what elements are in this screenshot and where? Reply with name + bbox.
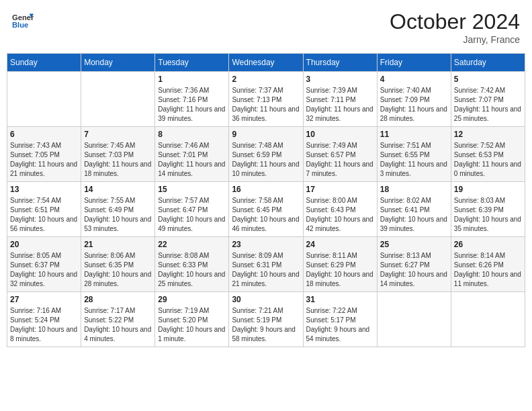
day-info: Sunrise: 8:03 AMSunset: 6:39 PMDaylight:… [454,196,522,234]
day-number: 10 [306,130,374,139]
day-info: Sunrise: 7:48 AMSunset: 6:59 PMDaylight:… [232,141,300,179]
day-info: Sunrise: 8:11 AMSunset: 6:29 PMDaylight:… [306,251,374,289]
day-info: Sunrise: 7:42 AMSunset: 7:07 PMDaylight:… [454,86,522,124]
day-info: Sunrise: 8:00 AMSunset: 6:43 PMDaylight:… [306,196,374,234]
day-number: 5 [454,75,522,84]
calendar-cell: 27Sunrise: 7:16 AMSunset: 5:24 PMDayligh… [7,292,81,347]
calendar-cell: 7Sunrise: 7:45 AMSunset: 7:03 PMDaylight… [81,127,155,182]
calendar-body: 1Sunrise: 7:36 AMSunset: 7:16 PMDaylight… [7,72,525,347]
calendar-cell: 20Sunrise: 8:05 AMSunset: 6:37 PMDayligh… [7,237,81,292]
day-info: Sunrise: 7:19 AMSunset: 5:20 PMDaylight:… [158,306,226,344]
day-number: 31 [306,295,374,304]
day-number: 11 [380,130,448,139]
header-day-sunday: Sunday [7,54,81,72]
calendar-cell: 13Sunrise: 7:54 AMSunset: 6:51 PMDayligh… [7,182,81,237]
day-number: 3 [306,75,374,84]
day-info: Sunrise: 7:21 AMSunset: 5:19 PMDaylight:… [232,306,300,344]
day-number: 17 [306,185,374,194]
calendar-cell: 11Sunrise: 7:51 AMSunset: 6:55 PMDayligh… [377,127,451,182]
day-info: Sunrise: 7:57 AMSunset: 6:47 PMDaylight:… [158,196,226,234]
calendar-week-3: 20Sunrise: 8:05 AMSunset: 6:37 PMDayligh… [7,237,525,292]
day-number: 8 [158,130,226,139]
calendar-cell: 25Sunrise: 8:13 AMSunset: 6:27 PMDayligh… [377,237,451,292]
title-block: October 2024 Jarny, France [390,9,520,45]
day-info: Sunrise: 7:49 AMSunset: 6:57 PMDaylight:… [306,141,374,179]
day-info: Sunrise: 8:13 AMSunset: 6:27 PMDaylight:… [380,251,448,289]
day-info: Sunrise: 7:45 AMSunset: 7:03 PMDaylight:… [84,141,152,179]
calendar-cell: 5Sunrise: 7:42 AMSunset: 7:07 PMDaylight… [451,72,525,127]
day-info: Sunrise: 7:17 AMSunset: 5:22 PMDaylight:… [84,306,152,344]
day-number: 21 [84,240,152,249]
header-day-thursday: Thursday [303,54,377,72]
calendar-cell: 24Sunrise: 8:11 AMSunset: 6:29 PMDayligh… [303,237,377,292]
day-number: 25 [380,240,448,249]
day-info: Sunrise: 8:14 AMSunset: 6:26 PMDaylight:… [454,251,522,289]
page-header: General Blue October 2024 Jarny, France [7,7,525,48]
day-number: 28 [84,295,152,304]
day-info: Sunrise: 7:46 AMSunset: 7:01 PMDaylight:… [158,141,226,179]
day-info: Sunrise: 7:58 AMSunset: 6:45 PMDaylight:… [232,196,300,234]
calendar-cell: 8Sunrise: 7:46 AMSunset: 7:01 PMDaylight… [155,127,229,182]
calendar-cell: 26Sunrise: 8:14 AMSunset: 6:26 PMDayligh… [451,237,525,292]
calendar-week-0: 1Sunrise: 7:36 AMSunset: 7:16 PMDaylight… [7,72,525,127]
day-number: 19 [454,185,522,194]
svg-text:Blue: Blue [12,21,28,29]
day-info: Sunrise: 7:55 AMSunset: 6:49 PMDaylight:… [84,196,152,234]
day-info: Sunrise: 7:37 AMSunset: 7:13 PMDaylight:… [232,86,300,124]
calendar-cell: 21Sunrise: 8:06 AMSunset: 6:35 PMDayligh… [81,237,155,292]
day-number: 2 [232,75,300,84]
day-number: 13 [10,185,78,194]
day-info: Sunrise: 7:43 AMSunset: 7:05 PMDaylight:… [10,141,78,179]
calendar-cell: 28Sunrise: 7:17 AMSunset: 5:22 PMDayligh… [81,292,155,347]
day-info: Sunrise: 8:02 AMSunset: 6:41 PMDaylight:… [380,196,448,234]
day-number: 23 [232,240,300,249]
header-day-friday: Friday [377,54,451,72]
day-info: Sunrise: 7:22 AMSunset: 5:17 PMDaylight:… [306,306,374,344]
calendar-cell [81,72,155,127]
header-day-monday: Monday [81,54,155,72]
logo-icon: General Blue [12,9,34,31]
day-info: Sunrise: 7:54 AMSunset: 6:51 PMDaylight:… [10,196,78,234]
calendar-cell: 10Sunrise: 7:49 AMSunset: 6:57 PMDayligh… [303,127,377,182]
calendar-cell: 3Sunrise: 7:39 AMSunset: 7:11 PMDaylight… [303,72,377,127]
location: Jarny, France [390,34,520,45]
day-number: 9 [232,130,300,139]
header-day-saturday: Saturday [451,54,525,72]
calendar-week-4: 27Sunrise: 7:16 AMSunset: 5:24 PMDayligh… [7,292,525,347]
day-info: Sunrise: 8:06 AMSunset: 6:35 PMDaylight:… [84,251,152,289]
calendar-cell: 29Sunrise: 7:19 AMSunset: 5:20 PMDayligh… [155,292,229,347]
day-number: 18 [380,185,448,194]
day-number: 30 [232,295,300,304]
day-info: Sunrise: 8:05 AMSunset: 6:37 PMDaylight:… [10,251,78,289]
day-number: 14 [84,185,152,194]
header-day-wednesday: Wednesday [229,54,303,72]
calendar-cell: 12Sunrise: 7:52 AMSunset: 6:53 PMDayligh… [451,127,525,182]
calendar-cell: 6Sunrise: 7:43 AMSunset: 7:05 PMDaylight… [7,127,81,182]
day-number: 29 [158,295,226,304]
calendar-cell: 17Sunrise: 8:00 AMSunset: 6:43 PMDayligh… [303,182,377,237]
day-info: Sunrise: 7:40 AMSunset: 7:09 PMDaylight:… [380,86,448,124]
calendar-cell: 16Sunrise: 7:58 AMSunset: 6:45 PMDayligh… [229,182,303,237]
day-number: 26 [454,240,522,249]
calendar-cell: 9Sunrise: 7:48 AMSunset: 6:59 PMDaylight… [229,127,303,182]
day-info: Sunrise: 8:08 AMSunset: 6:33 PMDaylight:… [158,251,226,289]
calendar-cell: 15Sunrise: 7:57 AMSunset: 6:47 PMDayligh… [155,182,229,237]
day-info: Sunrise: 7:52 AMSunset: 6:53 PMDaylight:… [454,141,522,179]
calendar-cell: 30Sunrise: 7:21 AMSunset: 5:19 PMDayligh… [229,292,303,347]
day-number: 24 [306,240,374,249]
day-info: Sunrise: 8:09 AMSunset: 6:31 PMDaylight:… [232,251,300,289]
day-info: Sunrise: 7:36 AMSunset: 7:16 PMDaylight:… [158,86,226,124]
day-number: 20 [10,240,78,249]
day-info: Sunrise: 7:51 AMSunset: 6:55 PMDaylight:… [380,141,448,179]
calendar-table: SundayMondayTuesdayWednesdayThursdayFrid… [7,53,525,347]
calendar-cell [451,292,525,347]
day-info: Sunrise: 7:39 AMSunset: 7:11 PMDaylight:… [306,86,374,124]
calendar-cell [7,72,81,127]
day-number: 6 [10,130,78,139]
day-number: 22 [158,240,226,249]
logo: General Blue [12,9,35,31]
month-title: October 2024 [390,9,520,34]
day-number: 1 [158,75,226,84]
calendar-cell: 4Sunrise: 7:40 AMSunset: 7:09 PMDaylight… [377,72,451,127]
header-day-tuesday: Tuesday [155,54,229,72]
